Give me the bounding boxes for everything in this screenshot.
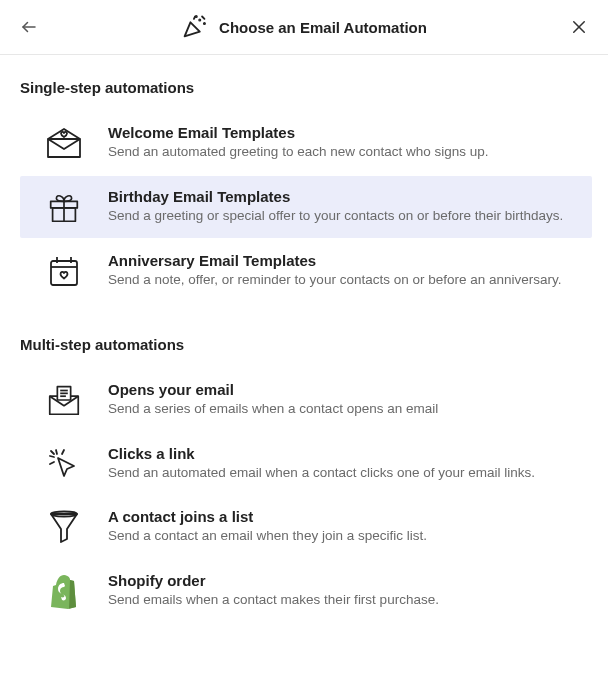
shopify-icon [44,572,84,608]
option-title: Welcome Email Templates [108,124,576,141]
svg-line-22 [62,450,64,454]
close-button[interactable] [566,14,592,40]
envelope-open-icon [44,381,84,417]
option-desc: Send a note, offer, or reminder to your … [108,271,576,290]
calendar-heart-icon [44,252,84,288]
option-title: Shopify order [108,572,576,589]
option-desc: Send an automated greeting to each new c… [108,143,576,162]
option-joins-list[interactable]: A contact joins a list Send a contact an… [20,496,592,558]
option-desc: Send a greeting or special offer to your… [108,207,576,226]
option-body: A contact joins a list Send a contact an… [108,508,576,546]
svg-line-23 [50,462,54,464]
arrow-left-icon [20,18,38,36]
option-body: Anniversary Email Templates Send a note,… [108,252,576,290]
option-title: Clicks a link [108,445,576,462]
option-opens-email[interactable]: Opens your email Send a series of emails… [20,369,592,431]
envelope-heart-icon [44,124,84,160]
section-heading-single: Single-step automations [0,55,608,110]
option-title: Anniversary Email Templates [108,252,576,269]
page-title: Choose an Email Automation [219,19,427,36]
option-body: Shopify order Send emails when a contact… [108,572,576,610]
option-birthday[interactable]: Birthday Email Templates Send a greeting… [20,176,592,238]
header-center: Choose an Email Automation [181,13,427,41]
option-anniversary[interactable]: Anniversary Email Templates Send a note,… [20,240,592,302]
gift-icon [44,188,84,224]
option-body: Clicks a link Send an automated email wh… [108,445,576,483]
header: Choose an Email Automation [0,0,608,55]
funnel-icon [44,508,84,544]
option-body: Opens your email Send a series of emails… [108,381,576,419]
option-title: Birthday Email Templates [108,188,576,205]
option-body: Birthday Email Templates Send a greeting… [108,188,576,226]
multi-step-section: Multi-step automations Opens your email … [0,312,608,633]
close-icon [570,18,588,36]
cursor-click-icon [44,445,84,481]
section-heading-multi: Multi-step automations [0,312,608,367]
svg-point-1 [199,19,200,20]
back-button[interactable] [16,14,42,40]
option-body: Welcome Email Templates Send an automate… [108,124,576,162]
option-desc: Send a contact an email when they join a… [108,527,576,546]
option-desc: Send a series of emails when a contact o… [108,400,576,419]
svg-line-19 [56,450,57,454]
svg-line-21 [51,451,54,454]
single-step-section: Single-step automations Welcome Email Te… [0,55,608,312]
option-shopify-order[interactable]: Shopify order Send emails when a contact… [20,560,592,622]
option-clicks-link[interactable]: Clicks a link Send an automated email wh… [20,433,592,495]
option-desc: Send emails when a contact makes their f… [108,591,576,610]
confetti-icon [181,13,209,41]
option-title: A contact joins a list [108,508,576,525]
option-title: Opens your email [108,381,576,398]
option-welcome[interactable]: Welcome Email Templates Send an automate… [20,112,592,174]
svg-line-20 [50,456,54,457]
option-desc: Send an automated email when a contact c… [108,464,576,483]
svg-point-2 [204,23,205,24]
